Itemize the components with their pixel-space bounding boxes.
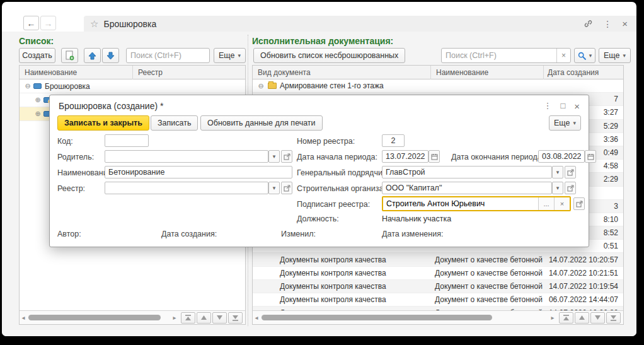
- registry-number-label: Номер реестра:: [297, 137, 355, 146]
- search-options-button[interactable]: ▾: [574, 48, 595, 63]
- menu-dots-icon[interactable]: ⋮: [603, 19, 612, 29]
- dialog-close-icon[interactable]: ×: [574, 101, 580, 112]
- go-bottom-button[interactable]: [606, 312, 621, 324]
- go-top-button[interactable]: [559, 312, 573, 324]
- right-col-created[interactable]: Дата создания: [544, 66, 623, 79]
- go-up-button[interactable]: [575, 312, 589, 324]
- save-button[interactable]: Записать: [151, 115, 198, 131]
- left-table-row[interactable]: ⊖Брошюровка: [20, 79, 245, 93]
- go-top-button[interactable]: [181, 312, 195, 324]
- position-label: Должность:: [297, 214, 339, 223]
- refresh-print-data-button[interactable]: Обновить данные для печати: [200, 115, 323, 131]
- construction-org-open-icon[interactable]: [565, 182, 576, 194]
- forward-icon: →: [44, 18, 53, 28]
- favorite-star-icon[interactable]: ☆: [90, 18, 98, 30]
- left-scroll-thumb[interactable]: [28, 315, 161, 320]
- code-input[interactable]: [105, 134, 149, 147]
- get-link-icon[interactable]: [584, 19, 593, 28]
- general-contractor-open-icon[interactable]: [565, 166, 576, 178]
- doc-date-cell: 06.07.2022 14:44:07: [544, 293, 623, 306]
- back-button[interactable]: ←: [23, 16, 39, 30]
- create-group-button[interactable]: [61, 48, 78, 63]
- doc-name-cell: Документ о качестве бетонной сме…: [431, 253, 544, 266]
- dialog-maximize-icon[interactable]: □: [560, 101, 565, 112]
- left-hscrollbar: ◂ ▸: [20, 310, 245, 324]
- period-start-calendar-icon[interactable]: [428, 150, 440, 163]
- go-down-button[interactable]: [212, 312, 227, 324]
- name-input[interactable]: [105, 166, 292, 178]
- doc-row[interactable]: Документы контроля качестваДокумент о ка…: [253, 280, 623, 293]
- registry-number-input[interactable]: [382, 134, 405, 147]
- right-col-name[interactable]: Наименование: [431, 66, 544, 79]
- period-start-label: Дата начала периода:: [297, 153, 377, 161]
- arrow-down-icon: [106, 52, 115, 60]
- code-label: Код:: [57, 137, 73, 146]
- move-up-button[interactable]: [84, 48, 101, 63]
- collapse-icon[interactable]: ⊖: [256, 82, 265, 90]
- signer-open-icon[interactable]: [573, 197, 585, 210]
- right-search-clear-icon[interactable]: ×: [556, 49, 570, 62]
- scroll-left-icon[interactable]: ◂: [253, 314, 260, 321]
- doc-name-cell: Документ о качестве бетонной сме…: [431, 280, 544, 293]
- parent-dropdown-icon[interactable]: ▾: [268, 150, 280, 163]
- registry-input[interactable]: [105, 182, 268, 194]
- signer-input[interactable]: [383, 197, 538, 210]
- doc-date-cell: 14.07.2022 10:19:54: [544, 280, 623, 293]
- go-down-button[interactable]: [590, 312, 605, 324]
- doc-row[interactable]: Документы контроля качестваДокумент о ка…: [253, 293, 623, 307]
- doc-name-cell: Документ о качестве бетонной сме…: [431, 267, 544, 279]
- signer-clear-icon[interactable]: ×: [554, 197, 570, 210]
- left-more-button[interactable]: Еще▾: [214, 48, 246, 63]
- construction-org-input[interactable]: [382, 182, 552, 194]
- dialog-menu-dots-icon[interactable]: ⋮: [543, 101, 551, 112]
- left-col-name[interactable]: Наименование: [20, 66, 133, 79]
- expand-icon[interactable]: ⊕: [33, 96, 42, 104]
- left-more-label: Еще: [219, 51, 234, 60]
- doc-type-cell: Документы контроля качества: [253, 280, 431, 293]
- period-end-calendar-icon[interactable]: [585, 150, 596, 163]
- left-scroll-track[interactable]: [27, 315, 171, 321]
- registry-open-icon[interactable]: [281, 182, 292, 194]
- app-window: ← → ☆ Брошюровка ⋮ × Список: Создать × Е…: [2, 2, 636, 336]
- close-window-icon[interactable]: ×: [622, 18, 628, 29]
- construction-org-dropdown-icon[interactable]: ▾: [552, 182, 563, 194]
- doc-row[interactable]: Документы контроля качестваДокумент о ка…: [253, 267, 623, 280]
- right-scroll-thumb[interactable]: [262, 315, 492, 320]
- right-more-button[interactable]: Еще▾: [599, 48, 631, 63]
- doc-group-row[interactable]: ⊖Армирование стен 1-го этажа: [253, 79, 623, 93]
- left-col-registry[interactable]: Реестр: [133, 66, 245, 79]
- refresh-print-label: Обновить данные для печати: [207, 119, 316, 127]
- doc-name-cell: Документ о качестве бетонной сме…: [431, 293, 544, 306]
- parent-open-icon[interactable]: [281, 150, 292, 163]
- created-label: Дата создания:: [161, 230, 217, 238]
- registry-dropdown-icon[interactable]: ▾: [268, 182, 280, 194]
- right-scroll-track[interactable]: [260, 315, 549, 321]
- doc-type-cell: Документы контроля качества: [253, 293, 431, 306]
- doc-row[interactable]: Документы контроля качестваДокумент о ка…: [253, 253, 623, 266]
- left-row-registry: [133, 79, 245, 93]
- position-value: Начальник участка: [382, 214, 451, 223]
- go-up-button[interactable]: [197, 312, 211, 324]
- go-bottom-button[interactable]: [228, 312, 243, 324]
- create-button[interactable]: Создать: [19, 48, 55, 63]
- dialog-more-button[interactable]: Еще▾: [549, 115, 581, 131]
- collapse-icon[interactable]: ⊖: [23, 82, 32, 90]
- broshure-create-dialog: Брошюровка (создание) * ⋮ □ × Записать и…: [49, 95, 589, 247]
- forward-button[interactable]: →: [40, 16, 56, 30]
- scroll-left-icon[interactable]: ◂: [20, 314, 27, 321]
- create-group-icon: [66, 50, 74, 61]
- refresh-unbound-button[interactable]: Обновить список несброшюрованных: [253, 48, 405, 63]
- general-contractor-dropdown-icon[interactable]: ▾: [552, 166, 563, 178]
- parent-input[interactable]: [105, 150, 268, 163]
- move-down-button[interactable]: [102, 48, 119, 63]
- period-start-input[interactable]: [382, 150, 428, 163]
- save-and-close-button[interactable]: Записать и закрыть: [57, 115, 149, 131]
- right-col-doctype[interactable]: Вид документа: [253, 66, 431, 79]
- signer-choose-button[interactable]: ...: [538, 197, 554, 210]
- scroll-right-icon[interactable]: ▸: [171, 314, 178, 321]
- right-search-input[interactable]: [442, 49, 556, 62]
- general-contractor-input[interactable]: [382, 166, 552, 178]
- period-end-input[interactable]: [538, 150, 585, 163]
- expand-icon[interactable]: ⊕: [33, 110, 42, 118]
- scroll-right-icon[interactable]: ▸: [549, 314, 556, 321]
